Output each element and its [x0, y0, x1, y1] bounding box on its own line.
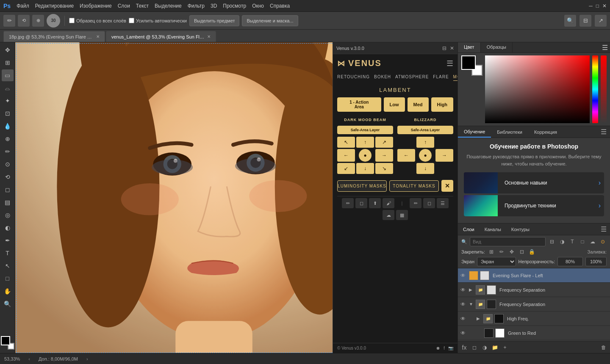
group-arrow-icon[interactable]: ▶	[477, 316, 482, 321]
tool-lasso[interactable]: ⌓	[2, 82, 14, 94]
foreground-swatch[interactable]	[461, 55, 476, 70]
layers-menu-icon[interactable]: ☰	[597, 223, 610, 235]
tool-heal[interactable]: ⊕	[2, 133, 14, 145]
add-adjust-icon[interactable]: ◑	[481, 344, 488, 351]
bi-pencil-icon[interactable]: ✏	[342, 198, 354, 208]
checkbox-sample-all[interactable]: Образец со всех слоёв	[69, 18, 126, 23]
luminosity-masks-btn[interactable]: LUMINOSITY MASKS	[337, 180, 387, 192]
tool-brush[interactable]: ✏	[3, 15, 15, 27]
search-icon[interactable]: 🔍	[564, 15, 576, 27]
layer-eye-icon[interactable]: 👁	[460, 301, 467, 307]
tool-eraser[interactable]: ◻	[2, 184, 14, 196]
new-group-icon[interactable]: 📁	[491, 344, 499, 351]
venus-facebook-icon[interactable]: f	[444, 346, 445, 350]
layers-search-input[interactable]	[470, 237, 546, 246]
blizzard-w[interactable]: ←	[397, 149, 415, 162]
tool-eyedropper[interactable]: 💧	[2, 120, 14, 132]
menu-file[interactable]: Файл	[17, 3, 29, 9]
menu-view[interactable]: Просмотр	[223, 3, 246, 9]
color-fg-bg[interactable]	[1, 336, 14, 350]
filter-toggle[interactable]: ⊙	[599, 238, 607, 245]
blend-mode-select[interactable]: Экран Обычный Умножение	[477, 257, 516, 266]
menu-filter[interactable]: Фильтр	[188, 3, 205, 9]
tool-shape[interactable]: □	[2, 273, 14, 284]
dir-ne[interactable]: ↗	[375, 137, 393, 148]
lambent-low-btn[interactable]: Low	[384, 97, 405, 112]
color-panel-menu[interactable]: ☰	[600, 42, 610, 52]
dir-nw[interactable]: ↖	[337, 137, 355, 148]
dir-se[interactable]: ↘	[375, 163, 393, 174]
select-subject-button[interactable]: Выделить предмет	[189, 15, 240, 26]
layer-row[interactable]: 👁 ▶ 📁 Frequency Separation	[458, 283, 610, 297]
bi-mask-icon[interactable]: ◻	[423, 198, 435, 208]
venus-collapse-icon[interactable]: ⊟	[442, 45, 446, 51]
minimize-icon[interactable]: ─	[589, 3, 593, 9]
tool-pen[interactable]: ✒	[2, 234, 14, 246]
hue-slider[interactable]	[592, 55, 598, 123]
tab-file-1[interactable]: 18p.jpg @ 53,3% (Evening Sun Flare – Lef…	[3, 31, 105, 42]
layer-eye-icon[interactable]: 👁	[460, 330, 467, 336]
menu-help[interactable]: Справка	[270, 3, 290, 9]
layer-eye-icon[interactable]: 👁	[460, 287, 467, 293]
nav-retouching[interactable]: RETOUCHING	[337, 73, 370, 81]
tool-artboard[interactable]: ⊞	[2, 57, 14, 69]
blizzard-s[interactable]: ↓	[416, 163, 434, 174]
status-arrow-left[interactable]: ‹	[28, 356, 30, 361]
tool-select-rect[interactable]: ▭	[2, 69, 14, 81]
bi-cloud-icon[interactable]: ☁	[383, 210, 394, 220]
tab-corrections[interactable]: Коррекция	[528, 127, 563, 137]
lock-all-icon[interactable]: 🔒	[528, 248, 536, 256]
lambent-high-btn[interactable]: High	[431, 97, 453, 112]
tab-channels[interactable]: Каналы	[480, 224, 506, 234]
bi-pencil2-icon[interactable]: ✏	[410, 198, 421, 208]
blizzard-n[interactable]: ↑	[416, 137, 434, 148]
lock-position-icon[interactable]: ✥	[508, 248, 516, 256]
mask-close-btn[interactable]: ✕	[441, 180, 453, 192]
bi-bars-icon[interactable]: ☰	[437, 198, 449, 208]
tool-path-select[interactable]: ↖	[2, 260, 14, 272]
color-panel-menu-icon[interactable]: ☰	[600, 42, 610, 52]
tool-move[interactable]: ✥	[2, 44, 14, 56]
menu-window[interactable]: Окно	[252, 3, 264, 9]
lock-transparent-icon[interactable]: ⊞	[488, 248, 495, 256]
layer-type-icon[interactable]: T	[568, 238, 576, 245]
tab-layers[interactable]: Слои	[458, 224, 480, 234]
blizzard-e[interactable]: →	[435, 149, 453, 162]
learn-card-2[interactable]: Продвинутые техники ›	[464, 195, 604, 216]
venus-circle-icon[interactable]: ⏺	[436, 346, 440, 350]
checkbox-auto-enhance[interactable]: Усилить автоматически	[129, 18, 187, 23]
nav-bokeh[interactable]: BOKEH	[374, 73, 391, 81]
tab-learn[interactable]: Обучение	[458, 127, 491, 138]
layer-eye-icon[interactable]: 👁	[460, 316, 467, 322]
fill-input[interactable]	[585, 257, 607, 266]
dir-n[interactable]: ↑	[356, 137, 374, 148]
menu-text[interactable]: Текст	[136, 3, 149, 9]
bi-paint-icon[interactable]: 🖌	[383, 198, 394, 208]
tool-dodge[interactable]: ◐	[2, 222, 14, 234]
tool-text[interactable]: T	[2, 247, 14, 259]
layer-eye-icon[interactable]: 👁	[460, 273, 467, 279]
tool-history[interactable]: ⟲	[2, 171, 14, 183]
delete-layer-icon[interactable]: 🗑	[600, 344, 607, 351]
tab-libraries[interactable]: Библиотеки	[491, 127, 528, 137]
tab-file-2[interactable]: venus_Lambent @ 53,3% (Evening Sun Flare…	[106, 31, 216, 42]
menu-image[interactable]: Изображение	[80, 3, 112, 9]
tab-paths[interactable]: Контуры	[506, 224, 535, 234]
bi-square-icon[interactable]: ◻	[355, 198, 367, 208]
tool-stamp[interactable]: ⊙	[2, 158, 14, 170]
arrange-icon[interactable]: ⊟	[580, 15, 591, 27]
color-field[interactable]	[485, 55, 590, 123]
tool-gradient[interactable]: ▤	[2, 196, 14, 208]
learn-card-1[interactable]: Основные навыки ›	[464, 172, 604, 193]
tonality-masks-btn[interactable]: TONALITY MASKS	[389, 180, 439, 192]
trash-icon[interactable]: 🗑	[600, 344, 607, 351]
select-mask-button[interactable]: Выделение и маска...	[242, 15, 298, 26]
restore-icon[interactable]: □	[596, 3, 599, 9]
layer-shape-icon[interactable]: □	[579, 238, 586, 245]
tool-wand[interactable]: ✦	[2, 95, 14, 107]
lambent-action-area-btn[interactable]: 1 - Action Area	[337, 97, 381, 112]
layer-row[interactable]: 👁 Evening Sun Flare - Left	[458, 268, 610, 283]
layer-pixel-icon[interactable]: ⊟	[548, 238, 556, 245]
menu-3d[interactable]: 3D	[211, 3, 217, 9]
foreground-color[interactable]	[1, 336, 10, 345]
